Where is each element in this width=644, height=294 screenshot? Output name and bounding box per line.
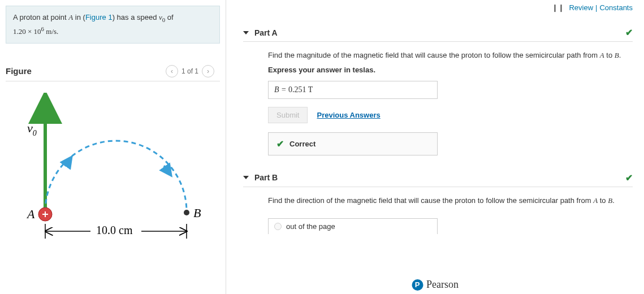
problem-text: A proton at point <box>13 13 68 21</box>
figure-diagram: v0 A B 10.0 cm <box>0 81 226 264</box>
feedback-text: Correct <box>289 140 315 148</box>
constants-link[interactable]: Constants <box>599 3 633 12</box>
part-a-answer: B = 0.251 T <box>268 81 438 99</box>
radio-input[interactable] <box>274 223 282 230</box>
figure-title: Figure <box>6 66 32 76</box>
check-icon: ✔ <box>625 27 633 38</box>
radio-label: out of the page <box>286 222 335 231</box>
radio-option-out-of-page[interactable]: out of the page <box>268 218 438 234</box>
v0-label: v0 <box>27 121 37 137</box>
figure-pager: 1 of 1 <box>181 67 198 75</box>
pearson-brand: Pearson <box>426 279 459 291</box>
part-a-question: Find the magnitude of the magnetic field… <box>268 50 633 61</box>
part-a-header[interactable]: Part A ✔ <box>243 27 633 42</box>
part-b-header[interactable]: Part B ✔ <box>243 172 633 187</box>
part-a-instruction: Express your answer in teslas. <box>268 66 633 74</box>
point-B <box>184 210 189 215</box>
previous-answers-link[interactable]: Previous Answers <box>317 111 380 119</box>
dimension-label: 10.0 cm <box>96 224 133 236</box>
caret-down-icon <box>243 31 249 34</box>
part-b-question: Find the direction of the magnetic field… <box>268 195 633 206</box>
check-icon: ✔ <box>625 172 633 183</box>
label-B: B <box>193 206 201 220</box>
caret-down-icon <box>243 176 249 179</box>
part-a-title: Part A <box>254 28 278 37</box>
review-link[interactable]: Review <box>569 3 593 12</box>
part-b-title: Part B <box>254 173 278 182</box>
figure-next-button[interactable]: › <box>202 65 214 77</box>
check-icon: ✔ <box>276 139 284 149</box>
label-A: A <box>26 207 35 221</box>
problem-statement: A proton at point A in (Figure 1) has a … <box>6 6 220 44</box>
book-icon: ❙❙ <box>552 3 564 12</box>
pearson-logo-icon: P <box>412 279 423 291</box>
figure-prev-button[interactable]: ‹ <box>166 65 178 77</box>
semicircle-path <box>45 141 187 211</box>
pearson-footer: P Pearson <box>412 279 459 291</box>
figure-link[interactable]: Figure 1 <box>85 13 113 21</box>
arc-arrow-2 <box>164 166 168 172</box>
submit-button[interactable]: Submit <box>268 107 308 123</box>
feedback-correct: ✔ Correct <box>268 132 438 155</box>
